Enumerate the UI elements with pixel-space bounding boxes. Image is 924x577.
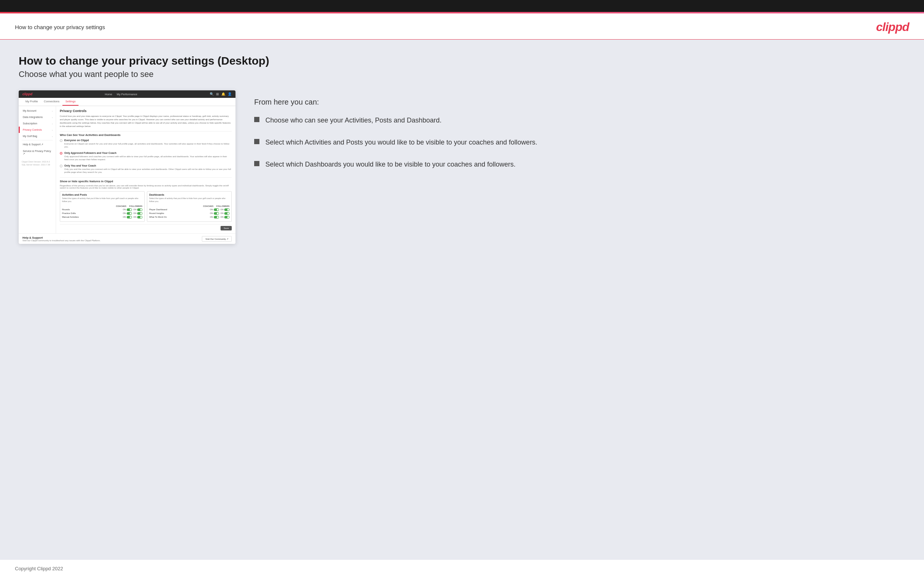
header: How to change your privacy settings clip… <box>0 13 924 40</box>
toggle-round-insights: Round Insights ON ON <box>149 212 229 215</box>
bullet-square-1 <box>254 117 259 122</box>
radio-circle-everyone <box>60 139 62 142</box>
header-title: How to change your privacy settings <box>15 24 105 30</box>
page-heading: How to change your privacy settings (Des… <box>19 55 905 67</box>
accent-bar <box>0 12 924 13</box>
activities-panel-desc: Select the types of activity that you'd … <box>62 197 142 203</box>
mini-nav-links: Home My Performance <box>105 93 137 96</box>
sidebar-item-service-privacy[interactable]: Service & Privacy Policy ↗ <box>19 148 56 157</box>
version-info: Clippd Client Version: 2022.8.2SQL Serve… <box>19 157 56 168</box>
what-to-work-coaches-toggle[interactable]: ON <box>210 216 219 219</box>
chevron-icon: › <box>52 122 53 125</box>
mini-nav-home: Home <box>105 93 112 96</box>
player-dashboard-coaches-toggle[interactable]: ON <box>210 208 219 211</box>
manual-followers-toggle[interactable]: ON <box>133 216 142 219</box>
sidebar-divider <box>22 140 53 140</box>
tab-connections[interactable]: Connections <box>41 98 62 106</box>
radio-desc-followers: Only approved followers and coaches you … <box>64 155 232 161</box>
rounds-followers-toggle[interactable]: ON <box>133 208 142 211</box>
save-button[interactable]: Save <box>221 226 232 230</box>
bullet-text-2: Select which Activities and Posts you wo… <box>265 137 537 148</box>
toggle-rounds: Rounds ON ON <box>62 208 142 211</box>
search-icon: 🔍 <box>210 92 214 96</box>
show-hide-desc: Regardless of the privacy controls that … <box>60 184 232 189</box>
mini-nav-icons: 🔍 ⊞ 🔔 👤 <box>210 92 232 96</box>
round-insights-coaches-toggle[interactable]: ON <box>210 212 219 215</box>
mini-nav-performance: My Performance <box>116 93 137 96</box>
show-hide-title: Show or hide specific features in Clippd <box>60 177 232 183</box>
logo: clippd <box>876 20 909 34</box>
avatar-icon: 👤 <box>228 92 232 96</box>
top-bar <box>0 0 924 13</box>
toggle-player-dashboard: Player Dashboard ON ON <box>149 208 229 211</box>
tab-settings[interactable]: Settings <box>62 98 79 106</box>
who-can-see-title: Who Can See Your Activities and Dashboar… <box>60 131 232 137</box>
screenshot-mockup: clippd Home My Performance 🔍 ⊞ 🔔 👤 My Pr… <box>19 90 236 244</box>
sidebar-item-help-support[interactable]: Help & Support ↗ <box>19 141 56 148</box>
mini-main-area: Privacy Controls Control how you and you… <box>56 106 236 234</box>
radio-everyone[interactable]: Everyone on Clippd Everyone on Clippd ca… <box>60 139 232 148</box>
sidebar-item-data-integrations[interactable]: Data Integrations › <box>19 114 56 120</box>
toggles-panels: Activities and Posts Select the types of… <box>60 191 232 221</box>
chevron-icon: › <box>52 135 53 137</box>
bullet-item-1: Choose who can see your Activities, Post… <box>254 115 905 126</box>
mini-app: clippd Home My Performance 🔍 ⊞ 🔔 👤 My Pr… <box>19 90 236 244</box>
what-to-work-followers-toggle[interactable]: ON <box>221 216 229 219</box>
sidebar-item-subscription[interactable]: Subscription › <box>19 120 56 127</box>
radio-only-you-coach[interactable]: Only You and Your Coach Only you and the… <box>60 164 232 174</box>
radio-title-followers: Only Approved Followers and Your Coach <box>64 152 232 154</box>
dashboards-panel-desc: Select the types of activity that you'd … <box>149 197 229 203</box>
tab-my-profile[interactable]: My Profile <box>23 98 41 106</box>
radio-circle-only-you <box>60 165 62 167</box>
radio-title-only-you: Only You and Your Coach <box>64 164 232 167</box>
mini-nav: clippd Home My Performance 🔍 ⊞ 🔔 👤 <box>19 90 236 98</box>
activities-panel-title: Activities and Posts <box>62 193 142 196</box>
drills-followers-toggle[interactable]: ON <box>133 212 142 215</box>
copyright: Copyright Clippd 2022 <box>15 566 63 571</box>
mini-body: My Account › Data Integrations › Subscri… <box>19 106 236 234</box>
activities-panel: Activities and Posts Select the types of… <box>60 191 145 221</box>
radio-desc-only-you: Only you and the coaches you connect wit… <box>64 168 232 174</box>
toggle-what-to-work-on: What To Work On ON ON <box>149 216 229 219</box>
radio-title-everyone: Everyone on Clippd <box>64 139 232 142</box>
content-row: clippd Home My Performance 🔍 ⊞ 🔔 👤 My Pr… <box>19 90 905 244</box>
bullet-square-3 <box>254 161 259 166</box>
sidebar-item-my-account[interactable]: My Account › <box>19 108 56 114</box>
toggle-manual-activities: Manual Activities ON ON <box>62 216 142 219</box>
radio-desc-everyone: Everyone on Clippd can search for you an… <box>64 142 232 148</box>
bullets-panel: From here you can: Choose who can see yo… <box>254 90 905 182</box>
rounds-coaches-toggle[interactable]: ON <box>123 208 132 211</box>
dashboards-toggle-header: COACHES FOLLOWERS <box>149 205 229 207</box>
help-title: Help & Support <box>23 236 100 239</box>
dashboards-panel: Dashboards Select the types of activity … <box>147 191 232 221</box>
dashboards-panel-title: Dashboards <box>149 193 229 196</box>
mini-tabs: My Profile Connections Settings <box>19 98 236 106</box>
bullets-intro: From here you can: <box>254 98 905 106</box>
chevron-icon: › <box>52 110 53 112</box>
bullet-text-1: Choose who can see your Activities, Post… <box>265 115 441 126</box>
chevron-icon: › <box>52 129 53 131</box>
help-desc: Visit our Clippd community to troublesho… <box>23 239 100 242</box>
sidebar-item-privacy-controls[interactable]: Privacy Controls › <box>19 127 56 133</box>
toggle-practice-drills: Practice Drills ON ON <box>62 212 142 215</box>
help-row: Help & Support Visit our Clippd communit… <box>19 234 236 244</box>
chevron-icon: › <box>52 116 53 118</box>
mini-sidebar: My Account › Data Integrations › Subscri… <box>19 106 56 234</box>
radio-group: Everyone on Clippd Everyone on Clippd ca… <box>60 139 232 174</box>
radio-followers-coach[interactable]: Only Approved Followers and Your Coach O… <box>60 152 232 161</box>
bullet-item-2: Select which Activities and Posts you wo… <box>254 137 905 148</box>
manual-coaches-toggle[interactable]: ON <box>123 216 132 219</box>
bullet-text-3: Select which Dashboards you would like t… <box>265 160 515 169</box>
privacy-controls-title: Privacy Controls <box>60 109 232 113</box>
radio-circle-followers <box>60 152 62 155</box>
sidebar-item-my-golf-bag[interactable]: My Golf Bag › <box>19 133 56 139</box>
bullet-item-3: Select which Dashboards you would like t… <box>254 160 905 169</box>
bell-icon: 🔔 <box>221 92 225 96</box>
drills-coaches-toggle[interactable]: ON <box>123 212 132 215</box>
visit-community-button[interactable]: Visit Our Community ↗ <box>202 236 232 242</box>
player-dashboard-followers-toggle[interactable]: ON <box>221 208 229 211</box>
main-content: How to change your privacy settings (Des… <box>0 40 924 560</box>
round-insights-followers-toggle[interactable]: ON <box>221 212 229 215</box>
privacy-controls-desc: Control how you and your data appears to… <box>60 114 232 128</box>
grid-icon: ⊞ <box>216 92 219 96</box>
